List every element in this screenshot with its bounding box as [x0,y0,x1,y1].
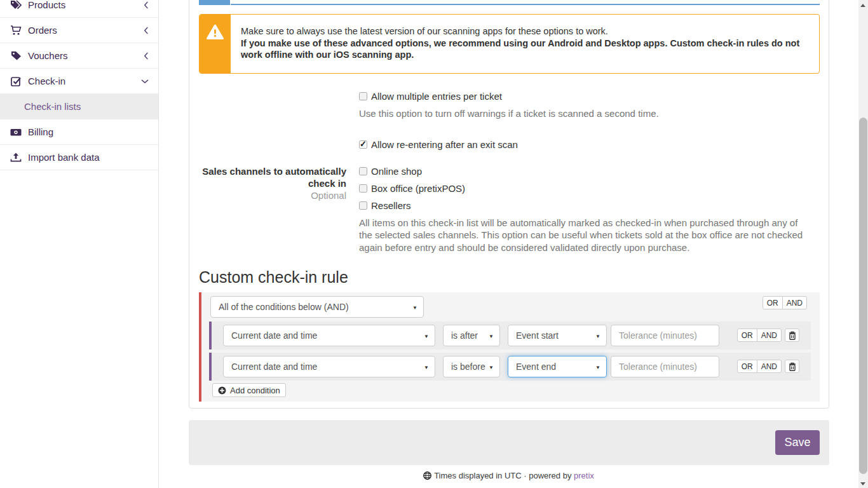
condition-or-button[interactable]: OR [737,360,757,373]
caret-down-icon: ▼ [489,334,494,339]
info-alert-border-fragment [231,4,820,5]
channel-resellers-label[interactable]: Resellers [371,200,411,211]
delete-condition-button[interactable] [785,360,799,373]
delete-condition-button[interactable] [785,329,799,342]
reentry-checkbox[interactable] [359,140,367,149]
channel-box-office-label[interactable]: Box office (pretixPOS) [371,183,465,194]
channel-box-office-checkbox[interactable] [359,184,367,193]
chevron-left-icon [144,1,149,9]
sidebar-item-import-bank-data[interactable]: Import bank data [0,145,158,170]
warning-alert: Make sure to always use the latest versi… [199,14,820,74]
sales-channels-optional: Optional [199,189,346,201]
condition-and-button[interactable]: AND [757,360,782,373]
upload-icon [10,152,22,163]
globe-icon [423,471,431,480]
caret-down-icon: ▼ [412,305,417,311]
channel-online-shop-checkbox[interactable] [359,167,367,175]
add-condition-label: Add condition [230,386,280,395]
tolerance-input[interactable] [611,325,719,346]
footer-text: Times displayed in UTC · powered by [434,471,571,480]
main-content: Make sure to always use the latest versi… [159,0,858,488]
form-group-reentry: Allow re-entering after an exit scan [359,139,518,150]
save-button[interactable]: Save [775,430,820,455]
condition-operator-value: is before [451,362,485,372]
sidebar-item-label: Check-in lists [24,101,81,112]
caret-down-icon: ▼ [595,365,600,370]
app-window: Products Orders Vouchers [0,0,868,488]
form-group-multiple-entries: Allow multiple entries per ticket Use th… [359,91,659,119]
multiple-entries-label[interactable]: Allow multiple entries per ticket [371,91,502,102]
condition-or-button[interactable]: OR [737,329,757,342]
condition-row-actions: OR AND [737,329,799,342]
warning-alert-body: Make sure to always use the latest versi… [231,15,819,73]
condition-variable-value: Current date and time [231,362,317,372]
sidebar-item-vouchers[interactable]: Vouchers [0,43,158,69]
sidebar: Products Orders Vouchers [0,0,159,488]
condition-row: Current date and time ▼ is after ▼ Event… [209,322,811,349]
scrollbar-up-arrow[interactable] [860,4,865,7]
sidebar-item-checkin-lists-active[interactable]: Check-in lists [0,94,158,119]
sidebar-item-label: Vouchers [28,50,68,61]
condition-variable-select[interactable]: Current date and time ▼ [223,356,435,377]
sales-channels-help: All items on this check-in list will be … [359,217,808,254]
scrollbar-down-arrow[interactable] [860,482,865,485]
condition-variable-value: Current date and time [231,330,317,341]
vertical-scrollbar[interactable] [858,0,868,488]
caret-down-icon: ▼ [424,365,429,370]
channel-resellers-checkbox[interactable] [359,201,367,210]
chevron-left-icon [144,52,149,60]
condition-value-select-focused[interactable]: Event end ▼ [508,356,607,377]
sales-channels-label: Sales channels to automatically check in [199,165,346,189]
multiple-entries-checkbox[interactable] [359,92,367,100]
sales-channels-field-column: Online shop Box office (pretixPOS) Resel… [359,166,808,254]
root-condition-value: All of the conditions below (AND) [219,302,349,312]
page-footer: Times displayed in UTC · powered by pret… [159,471,858,480]
warning-line-2: If you make use of these advanced option… [241,37,806,61]
tolerance-input[interactable] [611,356,719,377]
condition-operator-select[interactable]: is after ▼ [443,325,500,346]
shopping-cart-icon [10,25,22,36]
condition-operator-value: is after [451,330,478,341]
caret-down-icon: ▼ [424,334,429,339]
condition-operator-select[interactable]: is before ▼ [443,356,500,377]
root-or-button[interactable]: OR [763,296,783,309]
info-alert-fragment [199,0,230,5]
sidebar-item-label: Products [28,0,65,10]
sidebar-item-label: Import bank data [28,152,100,163]
condition-row-actions: OR AND [737,360,799,373]
rule-builder-panel: All of the conditions below (AND) ▼ OR A… [199,292,820,402]
money-bill-icon [10,127,22,137]
save-footer-panel: Save [189,420,829,465]
sidebar-item-billing[interactable]: Billing [0,119,158,145]
caret-down-icon: ▼ [595,334,600,339]
warning-icon-column [200,15,231,73]
chevron-left-icon [144,27,149,34]
condition-row: Current date and time ▼ is before ▼ Even… [209,353,811,381]
root-and-button[interactable]: AND [782,296,807,309]
chevron-down-icon [141,79,149,84]
warning-line-1: Make sure to always use the latest versi… [241,25,806,37]
condition-variable-select[interactable]: Current date and time ▼ [223,325,435,346]
condition-value-value: Event start [516,330,559,341]
channel-online-shop-label[interactable]: Online shop [371,166,422,177]
custom-checkin-rule-heading: Custom check-in rule [199,268,348,287]
warning-triangle-icon [207,24,224,40]
multiple-entries-help: Use this option to turn off warnings if … [359,107,659,119]
sidebar-item-label: Check-in [28,76,65,86]
add-condition-button[interactable]: Add condition [212,383,286,397]
pretix-link[interactable]: pretix [574,471,594,480]
sidebar-item-orders[interactable]: Orders [0,18,158,43]
condition-and-button[interactable]: AND [757,329,782,342]
sidebar-item-label: Orders [28,25,57,36]
tag-icon [10,51,22,61]
tags-icon [10,0,22,10]
sidebar-item-products[interactable]: Products [0,0,158,18]
sidebar-item-checkin[interactable]: Check-in [0,69,158,94]
condition-value-value: Event end [516,362,556,372]
reentry-label[interactable]: Allow re-entering after an exit scan [371,139,518,150]
condition-value-select[interactable]: Event start ▼ [508,325,607,346]
scrollbar-thumb[interactable] [859,118,867,474]
trash-icon [789,331,796,340]
check-square-icon [10,76,22,86]
root-condition-select[interactable]: All of the conditions below (AND) ▼ [210,296,424,318]
